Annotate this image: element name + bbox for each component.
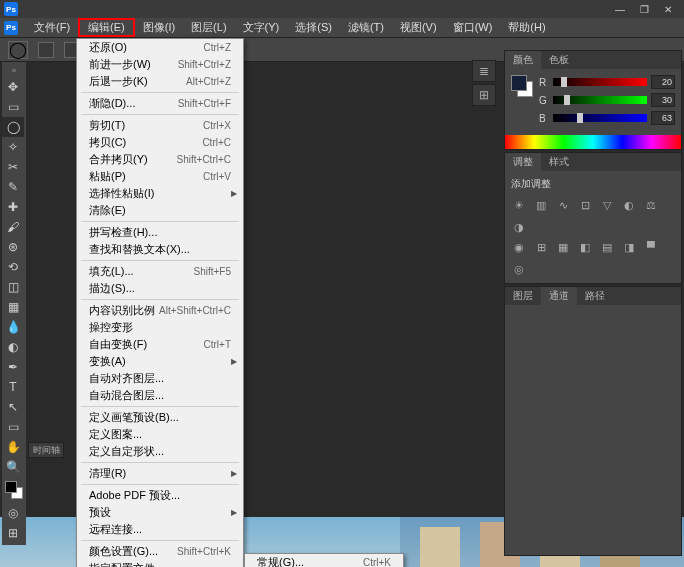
brightness-icon[interactable]: ☀ (511, 197, 527, 213)
panel-color-swatch[interactable] (511, 75, 533, 97)
edit-menu-item-16[interactable]: 填充(L)...Shift+F5 (77, 263, 243, 280)
edit-menu-item-36[interactable]: 颜色设置(G)...Shift+Ctrl+K (77, 543, 243, 560)
blur-tool-icon[interactable]: 💧 (2, 317, 24, 337)
selective-color-icon[interactable]: ◎ (511, 261, 527, 277)
balance-icon[interactable]: ⚖ (643, 197, 659, 213)
paths-tab[interactable]: 路径 (577, 287, 613, 305)
history-panel-icon[interactable]: ≣ (472, 60, 496, 82)
color-tab[interactable]: 颜色 (505, 51, 541, 69)
edit-menu-item-33[interactable]: 预设 (77, 504, 243, 521)
channel-mixer-icon[interactable]: ⊞ (533, 239, 549, 255)
menu-edit[interactable]: 编辑(E) (78, 18, 135, 37)
r-value[interactable]: 20 (651, 75, 675, 89)
move-tool-icon[interactable]: ✥ (2, 77, 24, 97)
color-swatch[interactable] (5, 481, 23, 499)
threshold-icon[interactable]: ◨ (621, 239, 637, 255)
foreground-color[interactable] (5, 481, 17, 493)
edit-menu-item-6[interactable]: 剪切(T)Ctrl+X (77, 117, 243, 134)
history-brush-tool-icon[interactable]: ⟲ (2, 257, 24, 277)
dodge-tool-icon[interactable]: ◐ (2, 337, 24, 357)
menu-window[interactable]: 窗口(W) (445, 18, 501, 37)
stamp-tool-icon[interactable]: ⊛ (2, 237, 24, 257)
edit-menu-item-21[interactable]: 自由变换(F)Ctrl+T (77, 336, 243, 353)
selection-new-icon[interactable] (38, 42, 54, 58)
edit-menu-item-17[interactable]: 描边(S)... (77, 280, 243, 297)
lasso-tool-icon[interactable]: ◯ (2, 117, 24, 137)
tool-preset-icon[interactable]: ◯ (8, 41, 28, 59)
invert-icon[interactable]: ◧ (577, 239, 593, 255)
screen-mode-icon[interactable]: ⊞ (2, 523, 24, 543)
levels-icon[interactable]: ▥ (533, 197, 549, 213)
edit-menu-item-8[interactable]: 合并拷贝(Y)Shift+Ctrl+C (77, 151, 243, 168)
edit-menu-item-11[interactable]: 清除(E) (77, 202, 243, 219)
edit-menu-item-2[interactable]: 后退一步(K)Alt+Ctrl+Z (77, 73, 243, 90)
edit-menu-item-24[interactable]: 自动混合图层... (77, 387, 243, 404)
edit-menu-item-10[interactable]: 选择性粘贴(I) (77, 185, 243, 202)
edit-menu-item-20[interactable]: 操控变形 (77, 319, 243, 336)
marquee-tool-icon[interactable]: ▭ (2, 97, 24, 117)
menu-type[interactable]: 文字(Y) (235, 18, 288, 37)
edit-menu-item-7[interactable]: 拷贝(C)Ctrl+C (77, 134, 243, 151)
edit-menu-item-0[interactable]: 还原(O)Ctrl+Z (77, 39, 243, 56)
curves-icon[interactable]: ∿ (555, 197, 571, 213)
zoom-tool-icon[interactable]: 🔍 (2, 457, 24, 477)
shape-tool-icon[interactable]: ▭ (2, 417, 24, 437)
hand-tool-icon[interactable]: ✋ (2, 437, 24, 457)
menu-select[interactable]: 选择(S) (287, 18, 340, 37)
channels-tab[interactable]: 通道 (541, 287, 577, 305)
edit-menu-item-28[interactable]: 定义自定形状... (77, 443, 243, 460)
timeline-tab[interactable]: 时间轴 (28, 442, 64, 458)
gradient-map-icon[interactable]: ▀ (643, 239, 659, 255)
edit-menu-item-27[interactable]: 定义图案... (77, 426, 243, 443)
brush-tool-icon[interactable]: 🖌 (2, 217, 24, 237)
edit-menu-item-13[interactable]: 拼写检查(H)... (77, 224, 243, 241)
menu-view[interactable]: 视图(V) (392, 18, 445, 37)
posterize-icon[interactable]: ▤ (599, 239, 615, 255)
adjustments-tab[interactable]: 调整 (505, 153, 541, 171)
edit-menu-item-22[interactable]: 变换(A) (77, 353, 243, 370)
edit-menu-item-30[interactable]: 清理(R) (77, 465, 243, 482)
g-slider[interactable] (553, 96, 647, 104)
exposure-icon[interactable]: ⊡ (577, 197, 593, 213)
menu-image[interactable]: 图像(I) (135, 18, 183, 37)
edit-menu-item-14[interactable]: 查找和替换文本(X)... (77, 241, 243, 258)
menu-layer[interactable]: 图层(L) (183, 18, 234, 37)
edit-menu-item-4[interactable]: 渐隐(D)...Shift+Ctrl+F (77, 95, 243, 112)
color-lookup-icon[interactable]: ▦ (555, 239, 571, 255)
g-value[interactable]: 30 (651, 93, 675, 107)
edit-menu-item-23[interactable]: 自动对齐图层... (77, 370, 243, 387)
maximize-button[interactable]: ❐ (632, 2, 656, 16)
edit-menu-item-37[interactable]: 指定配置文件... (77, 560, 243, 567)
layers-tab[interactable]: 图层 (505, 287, 541, 305)
minimize-button[interactable]: — (608, 2, 632, 16)
spectrum-bar[interactable] (505, 135, 681, 149)
edit-menu-item-1[interactable]: 前进一步(W)Shift+Ctrl+Z (77, 56, 243, 73)
type-tool-icon[interactable]: T (2, 377, 24, 397)
eyedropper-tool-icon[interactable]: ✎ (2, 177, 24, 197)
menu-filter[interactable]: 滤镜(T) (340, 18, 392, 37)
styles-tab[interactable]: 样式 (541, 153, 577, 171)
photo-filter-icon[interactable]: ◉ (511, 239, 527, 255)
eraser-tool-icon[interactable]: ◫ (2, 277, 24, 297)
toolbar-collapse-icon[interactable]: » (2, 64, 26, 77)
crop-tool-icon[interactable]: ✂ (2, 157, 24, 177)
vibrance-icon[interactable]: ▽ (599, 197, 615, 213)
menu-help[interactable]: 帮助(H) (500, 18, 553, 37)
pen-tool-icon[interactable]: ✒ (2, 357, 24, 377)
gradient-tool-icon[interactable]: ▦ (2, 297, 24, 317)
magic-wand-tool-icon[interactable]: ✧ (2, 137, 24, 157)
b-value[interactable]: 63 (651, 111, 675, 125)
edit-menu-item-34[interactable]: 远程连接... (77, 521, 243, 538)
path-tool-icon[interactable]: ↖ (2, 397, 24, 417)
edit-menu-item-9[interactable]: 粘贴(P)Ctrl+V (77, 168, 243, 185)
hue-icon[interactable]: ◐ (621, 197, 637, 213)
properties-panel-icon[interactable]: ⊞ (472, 84, 496, 106)
submenu-general[interactable]: 常规(G)... Ctrl+K (245, 554, 403, 567)
edit-menu-item-26[interactable]: 定义画笔预设(B)... (77, 409, 243, 426)
edit-menu-item-19[interactable]: 内容识别比例Alt+Shift+Ctrl+C (77, 302, 243, 319)
close-button[interactable]: ✕ (656, 2, 680, 16)
bw-icon[interactable]: ◑ (511, 219, 527, 235)
b-slider[interactable] (553, 114, 647, 122)
healing-tool-icon[interactable]: ✚ (2, 197, 24, 217)
r-slider[interactable] (553, 78, 647, 86)
